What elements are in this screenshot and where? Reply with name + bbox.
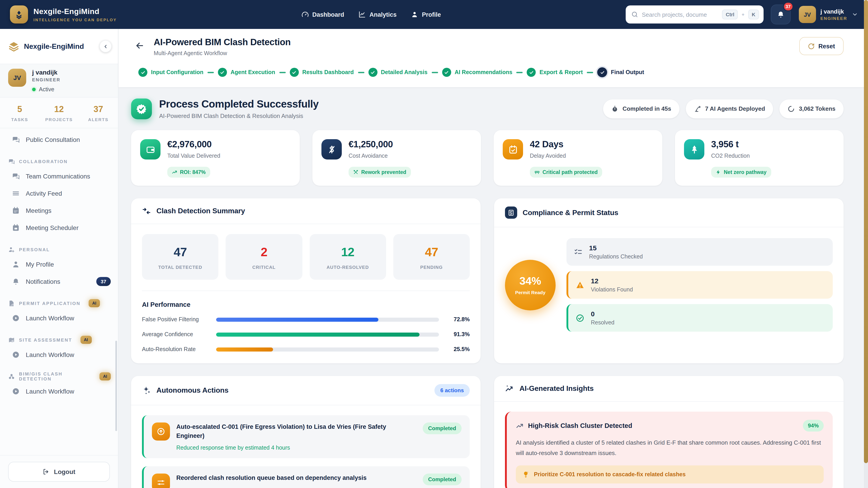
metric-value: €1,250,000 — [348, 139, 393, 150]
success-banner: Process Completed Successfully AI-Powere… — [131, 98, 844, 119]
check-icon — [527, 68, 536, 77]
perf-bar-auto-resolution: Auto-Resolution Rate 25.5% — [142, 346, 470, 352]
row-label: Resolved — [591, 320, 614, 326]
page-title: AI-Powered BIM Clash Detection — [154, 37, 291, 47]
metric-cost-avoidance: €1,250,000 Cost Avoidance Rework prevent… — [312, 130, 481, 186]
status-dot — [32, 88, 36, 91]
stat-tasks: 5 TASKS — [0, 104, 39, 122]
compliance-row-violations: 12 Violations Found — [566, 271, 833, 299]
reset-button[interactable]: Reset — [799, 37, 844, 55]
gauge-icon — [301, 11, 309, 18]
file-pen-icon — [8, 300, 15, 306]
sidebar-item-public-consultation[interactable]: Public Consultation — [0, 131, 118, 148]
layers-icon — [8, 41, 20, 52]
clash-summary-panel: Clash Detection Summary 47 TOTAL DETECTE… — [131, 198, 480, 363]
chat-bubbles-icon — [12, 135, 20, 144]
bar-label: Average Confidence — [142, 331, 210, 337]
play-circle-icon — [12, 314, 20, 322]
confidence-badge: 94% — [803, 420, 824, 431]
metric-value: 42 Days — [530, 139, 566, 150]
chip-tokens: 3,062 Tokens — [780, 99, 844, 118]
actions-count-badge: 6 actions — [434, 384, 470, 397]
metric-total-value: €2,976,000 Total Value Delivered ROI: 84… — [131, 130, 300, 186]
top-nav: Dashboard Analytics Profile — [301, 11, 441, 18]
step-agent-execution[interactable]: Agent Execution — [218, 68, 275, 77]
sidebar-item-label: Public Consultation — [26, 136, 80, 143]
metric-co2-reduction: 3,956 t CO2 Reduction Net zero pathway — [675, 130, 844, 186]
notifications-button[interactable]: 37 — [771, 4, 791, 24]
row-value: 15 — [589, 244, 643, 252]
page-scrollbar-thumb[interactable] — [864, 0, 868, 463]
step-detailed-analysis[interactable]: Detailed Analysis — [368, 68, 428, 77]
sidebar-menu: Public Consultation COLLABORATION Team C… — [0, 128, 118, 455]
sidebar-item-launch-workflow-permit[interactable]: Launch Workflow — [0, 310, 118, 327]
gauge-value: 34% — [520, 275, 541, 287]
check-icon — [138, 68, 147, 77]
step-export-report[interactable]: Export & Report — [527, 68, 583, 77]
panel-title: Clash Detection Summary — [156, 207, 245, 215]
banner-subtitle: AI-Powered BIM Clash Detection & Resolut… — [159, 112, 319, 119]
user-name: j vandijk — [820, 8, 847, 15]
top-navigation-bar: Nexgile-EngiMind INTELLIGENCE YOU CAN DE… — [0, 0, 868, 29]
status-label: Active — [39, 86, 54, 93]
bar-value: 25.5% — [445, 346, 470, 352]
arrow-up-circle-icon — [152, 422, 170, 441]
brand-block: Nexgile-EngiMind INTELLIGENCE YOU CAN DE… — [33, 7, 117, 22]
person-icon — [12, 260, 20, 268]
nav-profile[interactable]: Profile — [411, 11, 441, 18]
sidebar-collapse-button[interactable] — [99, 40, 112, 53]
chip-label: 7 AI Agents Deployed — [705, 105, 765, 112]
sidebar-item-launch-workflow-bim[interactable]: Launch Workflow — [0, 383, 118, 400]
logout-icon — [43, 468, 50, 475]
autonomous-actions-panel: Autonomous Actions 6 actions Auto-escala… — [131, 376, 480, 488]
stat-projects-value: 12 — [39, 104, 79, 114]
sidebar-item-my-profile[interactable]: My Profile — [0, 256, 118, 273]
molecule-icon — [8, 373, 15, 380]
map-pin-icon — [8, 336, 15, 343]
metric-label: Delay Avoided — [530, 153, 566, 159]
sidebar-item-team-communications[interactable]: Team Communications — [0, 168, 118, 185]
section-site-assessment: SITE ASSESSMENT AI — [0, 333, 118, 346]
user-menu[interactable]: JV j vandijk ENGINEER — [799, 6, 858, 23]
stat-label: PENDING — [395, 265, 468, 270]
step-final-output[interactable]: Final Output — [597, 67, 644, 77]
sidebar-item-launch-workflow-site[interactable]: Launch Workflow — [0, 346, 118, 363]
ai-badge: AI — [80, 336, 92, 344]
step-results-dashboard[interactable]: Results Dashboard — [289, 68, 354, 77]
line-chart-icon — [359, 11, 366, 18]
row-label: Violations Found — [591, 287, 633, 293]
metric-cards: €2,976,000 Total Value Delivered ROI: 84… — [131, 130, 844, 186]
row-value: 12 — [591, 277, 633, 285]
back-button[interactable] — [132, 38, 147, 53]
section-personal: PERSONAL — [0, 243, 118, 256]
sidebar-item-activity-feed[interactable]: Activity Feed — [0, 185, 118, 202]
trending-sparkle-icon — [505, 384, 514, 393]
sidebar-item-notifications[interactable]: Notifications 37 — [0, 273, 118, 290]
sidebar-item-meetings[interactable]: Meetings — [0, 202, 118, 219]
chat-bubbles-icon — [12, 172, 20, 180]
compliance-row-resolved: 0 Resolved — [566, 304, 833, 332]
stat-alerts: 37 ALERTS — [79, 104, 118, 122]
action-title: Reordered clash resolution queue based o… — [176, 474, 413, 482]
sidebar-item-meeting-scheduler[interactable]: Meeting Scheduler — [0, 219, 118, 236]
chip-label: 3,062 Tokens — [799, 105, 835, 112]
step-input-configuration[interactable]: Input Configuration — [138, 68, 204, 77]
sidebar-scrollbar[interactable] — [115, 341, 117, 431]
bar-value: 72.8% — [445, 316, 470, 323]
nav-dashboard[interactable]: Dashboard — [301, 11, 344, 18]
logout-button[interactable]: Logout — [8, 462, 110, 482]
play-circle-icon — [12, 351, 20, 359]
chevron-down-icon — [852, 11, 858, 18]
banner-title: Process Completed Successfully — [159, 98, 319, 110]
ai-insights-panel: AI-Generated Insights High-Risk Clash Cl… — [494, 376, 844, 488]
nav-analytics[interactable]: Analytics — [359, 11, 397, 18]
logout-label: Logout — [54, 468, 75, 475]
metric-pill-rework: Rework prevented — [348, 167, 411, 177]
metric-pill-critical-path: Critical path protected — [530, 167, 602, 177]
sidebar-item-label: Team Communications — [26, 173, 90, 180]
refresh-icon — [808, 43, 815, 50]
step-ai-recommendations[interactable]: AI Recommendations — [442, 68, 513, 77]
insight-title: High-Risk Clash Cluster Detected — [528, 422, 632, 429]
search-input[interactable] — [642, 11, 719, 18]
sidebar-user-role: ENGINEER — [32, 77, 60, 82]
